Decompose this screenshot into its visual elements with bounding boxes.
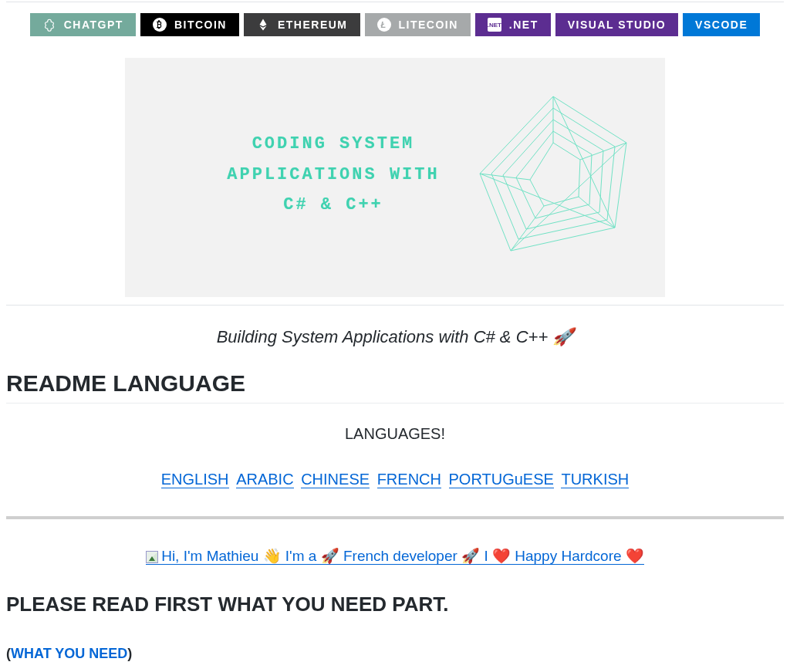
tag-label: ETHEREUM bbox=[278, 19, 348, 31]
tag-dotnet[interactable]: .NET .NET bbox=[475, 13, 551, 36]
tagline: Building System Applications with C# & C… bbox=[6, 327, 784, 347]
banner-line-2: APPLICATIONS WITH bbox=[187, 160, 480, 191]
intro-text-2: Happy Hardcore bbox=[511, 548, 626, 564]
bitcoin-icon: ₿ bbox=[153, 18, 167, 32]
what-you-need-link[interactable]: WHAT YOU NEED bbox=[11, 646, 127, 661]
banner-polyhedron-icon bbox=[464, 89, 642, 266]
intro-link[interactable]: Hi, I'm Mathieu 👋 I'm a 🚀 French develop… bbox=[146, 548, 644, 565]
svg-line-8 bbox=[511, 206, 544, 251]
tag-label: LITECOIN bbox=[399, 19, 458, 31]
readme-language-heading: README LANGUAGE bbox=[6, 370, 784, 404]
lang-link-turkish[interactable]: TURKISH bbox=[561, 471, 629, 488]
top-divider bbox=[6, 2, 784, 2]
tag-label: .NET bbox=[509, 19, 538, 31]
tag-vscode[interactable]: VSCODE bbox=[683, 13, 760, 36]
dotnet-icon: .NET bbox=[488, 18, 501, 32]
chatgpt-icon bbox=[42, 18, 56, 32]
ethereum-icon bbox=[256, 18, 270, 32]
svg-marker-3 bbox=[516, 131, 592, 218]
please-read-heading: PLEASE READ FIRST WHAT YOU NEED PART. bbox=[6, 593, 784, 616]
broken-image-icon bbox=[146, 551, 158, 563]
lang-link-english[interactable]: ENGLISH bbox=[161, 471, 229, 488]
lang-link-portuguese[interactable]: PORTUGuESE bbox=[449, 471, 554, 488]
intro-line: Hi, I'm Mathieu 👋 I'm a 🚀 French develop… bbox=[6, 547, 784, 565]
tag-label: VISUAL STUDIO bbox=[568, 19, 666, 31]
tag-label: BITCOIN bbox=[174, 19, 227, 31]
tag-chatgpt[interactable]: CHATGPT bbox=[30, 13, 136, 36]
thick-divider bbox=[6, 516, 784, 519]
banner-container: CODING SYSTEM APPLICATIONS WITH C# & C++ bbox=[6, 58, 784, 297]
tag-ethereum[interactable]: ETHEREUM bbox=[244, 13, 360, 36]
heart-icon: ❤️ bbox=[492, 548, 511, 564]
languages-label: LANGUAGES! bbox=[6, 425, 784, 443]
lang-link-french[interactable]: FRENCH bbox=[377, 471, 441, 488]
paren-close: ) bbox=[127, 646, 132, 661]
svg-line-11 bbox=[511, 143, 626, 251]
banner-line-3: C# & C++ bbox=[187, 190, 480, 221]
banner-divider bbox=[6, 305, 784, 306]
heart-icon: ❤️ bbox=[626, 548, 644, 564]
svg-line-12 bbox=[480, 174, 615, 228]
language-links: ENGLISH ARABIC CHINESE FRENCH PORTUGuESE… bbox=[6, 471, 784, 488]
tech-tag-row: CHATGPT ₿ BITCOIN ETHEREUM Ł LITECOIN .N… bbox=[6, 13, 784, 36]
banner: CODING SYSTEM APPLICATIONS WITH C# & C++ bbox=[125, 58, 665, 297]
tag-label: VSCODE bbox=[695, 19, 748, 31]
lang-link-chinese[interactable]: CHINESE bbox=[301, 471, 370, 488]
tag-label: CHATGPT bbox=[64, 19, 123, 31]
what-you-need-line: (WHAT YOU NEED) bbox=[6, 646, 784, 662]
banner-line-1: CODING SYSTEM bbox=[187, 129, 480, 160]
intro-text-1: Hi, I'm Mathieu 👋 I'm a 🚀 French develop… bbox=[161, 548, 492, 564]
tag-litecoin[interactable]: Ł LITECOIN bbox=[365, 13, 471, 36]
lang-link-arabic[interactable]: ARABIC bbox=[236, 471, 293, 488]
tag-visual-studio[interactable]: VISUAL STUDIO bbox=[555, 13, 678, 36]
tag-bitcoin[interactable]: ₿ BITCOIN bbox=[140, 13, 239, 36]
banner-text: CODING SYSTEM APPLICATIONS WITH C# & C++ bbox=[187, 129, 480, 221]
litecoin-icon: Ł bbox=[377, 18, 391, 32]
